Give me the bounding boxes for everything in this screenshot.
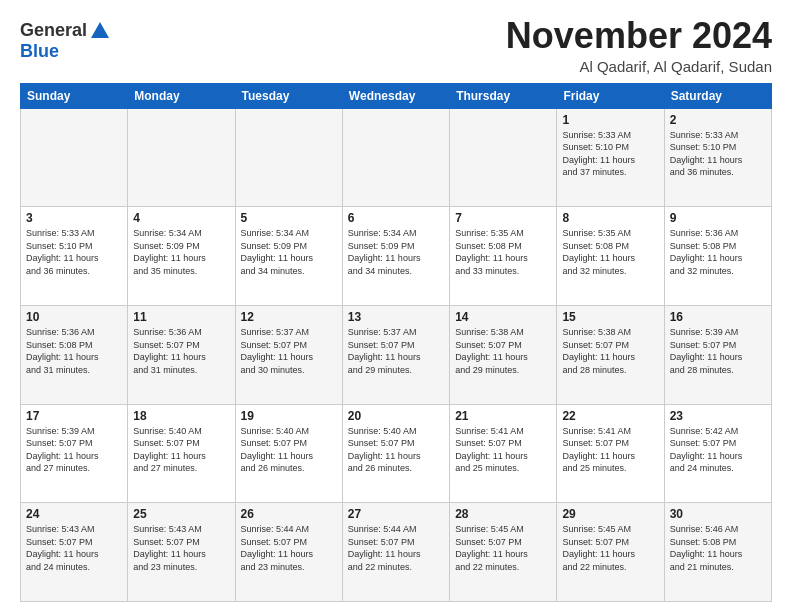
day-number: 2 [670,113,766,127]
day-number: 24 [26,507,122,521]
logo-icon [89,20,111,42]
col-saturday: Saturday [664,83,771,108]
day-info: Sunrise: 5:34 AM Sunset: 5:09 PM Dayligh… [348,227,444,277]
header: General Blue November 2024 Al Qadarif, A… [20,16,772,75]
day-info: Sunrise: 5:34 AM Sunset: 5:09 PM Dayligh… [241,227,337,277]
day-number: 7 [455,211,551,225]
day-number: 8 [562,211,658,225]
calendar-week-row: 1Sunrise: 5:33 AM Sunset: 5:10 PM Daylig… [21,108,772,207]
table-row: 18Sunrise: 5:40 AM Sunset: 5:07 PM Dayli… [128,404,235,503]
table-row: 10Sunrise: 5:36 AM Sunset: 5:08 PM Dayli… [21,305,128,404]
day-info: Sunrise: 5:37 AM Sunset: 5:07 PM Dayligh… [241,326,337,376]
day-info: Sunrise: 5:44 AM Sunset: 5:07 PM Dayligh… [241,523,337,573]
day-number: 29 [562,507,658,521]
calendar-header-row: Sunday Monday Tuesday Wednesday Thursday… [21,83,772,108]
title-block: November 2024 Al Qadarif, Al Qadarif, Su… [506,16,772,75]
logo-blue-text: Blue [20,42,111,62]
table-row: 12Sunrise: 5:37 AM Sunset: 5:07 PM Dayli… [235,305,342,404]
day-info: Sunrise: 5:41 AM Sunset: 5:07 PM Dayligh… [562,425,658,475]
calendar-week-row: 24Sunrise: 5:43 AM Sunset: 5:07 PM Dayli… [21,503,772,602]
day-number: 1 [562,113,658,127]
table-row: 17Sunrise: 5:39 AM Sunset: 5:07 PM Dayli… [21,404,128,503]
logo-general-text: General [20,21,87,41]
col-tuesday: Tuesday [235,83,342,108]
day-info: Sunrise: 5:33 AM Sunset: 5:10 PM Dayligh… [670,129,766,179]
day-info: Sunrise: 5:34 AM Sunset: 5:09 PM Dayligh… [133,227,229,277]
table-row: 2Sunrise: 5:33 AM Sunset: 5:10 PM Daylig… [664,108,771,207]
table-row: 24Sunrise: 5:43 AM Sunset: 5:07 PM Dayli… [21,503,128,602]
day-number: 6 [348,211,444,225]
day-info: Sunrise: 5:38 AM Sunset: 5:07 PM Dayligh… [562,326,658,376]
day-info: Sunrise: 5:43 AM Sunset: 5:07 PM Dayligh… [26,523,122,573]
day-number: 25 [133,507,229,521]
table-row: 25Sunrise: 5:43 AM Sunset: 5:07 PM Dayli… [128,503,235,602]
table-row: 19Sunrise: 5:40 AM Sunset: 5:07 PM Dayli… [235,404,342,503]
table-row: 14Sunrise: 5:38 AM Sunset: 5:07 PM Dayli… [450,305,557,404]
table-row [235,108,342,207]
table-row: 15Sunrise: 5:38 AM Sunset: 5:07 PM Dayli… [557,305,664,404]
day-number: 3 [26,211,122,225]
col-friday: Friday [557,83,664,108]
day-number: 5 [241,211,337,225]
table-row [450,108,557,207]
day-number: 16 [670,310,766,324]
day-number: 30 [670,507,766,521]
day-info: Sunrise: 5:40 AM Sunset: 5:07 PM Dayligh… [241,425,337,475]
table-row: 28Sunrise: 5:45 AM Sunset: 5:07 PM Dayli… [450,503,557,602]
table-row: 21Sunrise: 5:41 AM Sunset: 5:07 PM Dayli… [450,404,557,503]
table-row: 8Sunrise: 5:35 AM Sunset: 5:08 PM Daylig… [557,207,664,306]
page: General Blue November 2024 Al Qadarif, A… [0,0,792,612]
day-number: 27 [348,507,444,521]
day-info: Sunrise: 5:36 AM Sunset: 5:07 PM Dayligh… [133,326,229,376]
day-number: 19 [241,409,337,423]
day-number: 20 [348,409,444,423]
day-info: Sunrise: 5:35 AM Sunset: 5:08 PM Dayligh… [455,227,551,277]
table-row: 5Sunrise: 5:34 AM Sunset: 5:09 PM Daylig… [235,207,342,306]
day-info: Sunrise: 5:36 AM Sunset: 5:08 PM Dayligh… [670,227,766,277]
day-number: 18 [133,409,229,423]
day-info: Sunrise: 5:33 AM Sunset: 5:10 PM Dayligh… [562,129,658,179]
table-row: 11Sunrise: 5:36 AM Sunset: 5:07 PM Dayli… [128,305,235,404]
table-row: 22Sunrise: 5:41 AM Sunset: 5:07 PM Dayli… [557,404,664,503]
day-number: 9 [670,211,766,225]
calendar-week-row: 10Sunrise: 5:36 AM Sunset: 5:08 PM Dayli… [21,305,772,404]
logo: General Blue [20,20,111,62]
day-info: Sunrise: 5:39 AM Sunset: 5:07 PM Dayligh… [670,326,766,376]
day-info: Sunrise: 5:42 AM Sunset: 5:07 PM Dayligh… [670,425,766,475]
table-row: 1Sunrise: 5:33 AM Sunset: 5:10 PM Daylig… [557,108,664,207]
day-number: 12 [241,310,337,324]
table-row: 3Sunrise: 5:33 AM Sunset: 5:10 PM Daylig… [21,207,128,306]
day-info: Sunrise: 5:41 AM Sunset: 5:07 PM Dayligh… [455,425,551,475]
table-row: 9Sunrise: 5:36 AM Sunset: 5:08 PM Daylig… [664,207,771,306]
day-number: 10 [26,310,122,324]
day-number: 23 [670,409,766,423]
day-info: Sunrise: 5:37 AM Sunset: 5:07 PM Dayligh… [348,326,444,376]
day-number: 4 [133,211,229,225]
day-number: 28 [455,507,551,521]
table-row: 26Sunrise: 5:44 AM Sunset: 5:07 PM Dayli… [235,503,342,602]
day-info: Sunrise: 5:35 AM Sunset: 5:08 PM Dayligh… [562,227,658,277]
day-info: Sunrise: 5:44 AM Sunset: 5:07 PM Dayligh… [348,523,444,573]
table-row [21,108,128,207]
day-number: 22 [562,409,658,423]
col-thursday: Thursday [450,83,557,108]
calendar-week-row: 3Sunrise: 5:33 AM Sunset: 5:10 PM Daylig… [21,207,772,306]
day-number: 21 [455,409,551,423]
day-info: Sunrise: 5:36 AM Sunset: 5:08 PM Dayligh… [26,326,122,376]
day-info: Sunrise: 5:39 AM Sunset: 5:07 PM Dayligh… [26,425,122,475]
day-number: 11 [133,310,229,324]
day-number: 26 [241,507,337,521]
svg-marker-0 [91,22,109,38]
day-info: Sunrise: 5:40 AM Sunset: 5:07 PM Dayligh… [348,425,444,475]
day-number: 14 [455,310,551,324]
table-row: 4Sunrise: 5:34 AM Sunset: 5:09 PM Daylig… [128,207,235,306]
col-sunday: Sunday [21,83,128,108]
day-info: Sunrise: 5:45 AM Sunset: 5:07 PM Dayligh… [562,523,658,573]
day-info: Sunrise: 5:45 AM Sunset: 5:07 PM Dayligh… [455,523,551,573]
day-info: Sunrise: 5:46 AM Sunset: 5:08 PM Dayligh… [670,523,766,573]
month-title: November 2024 [506,16,772,56]
calendar-table: Sunday Monday Tuesday Wednesday Thursday… [20,83,772,602]
table-row: 7Sunrise: 5:35 AM Sunset: 5:08 PM Daylig… [450,207,557,306]
table-row: 30Sunrise: 5:46 AM Sunset: 5:08 PM Dayli… [664,503,771,602]
table-row [342,108,449,207]
